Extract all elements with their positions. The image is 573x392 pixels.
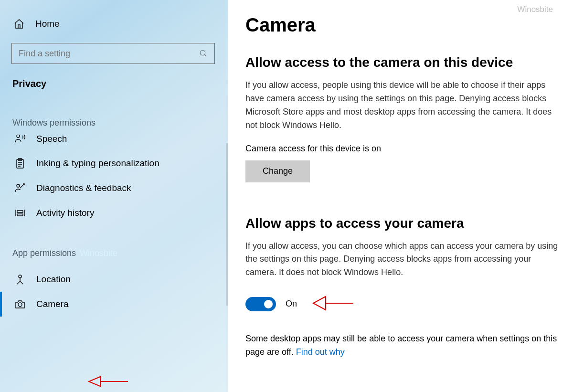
sidebar-item-label: Inking & typing personalization: [36, 158, 159, 169]
change-button[interactable]: Change: [245, 160, 310, 182]
svg-point-1: [17, 135, 20, 138]
toggle-state-label: On: [286, 299, 297, 309]
sidebar-item-activity-history[interactable]: Activity history: [0, 201, 228, 225]
sidebar-item-location[interactable]: Location: [0, 267, 228, 292]
sidebar-group-app-permissions: App permissionsWinosbite: [0, 248, 228, 258]
sidebar-item-label: Speech: [36, 135, 67, 144]
home-icon: [13, 18, 25, 30]
desktop-apps-note: Some desktop apps may still be able to a…: [245, 332, 561, 359]
svg-point-7: [19, 275, 21, 278]
sidebar-item-label: Camera: [36, 299, 69, 309]
sidebar-item-speech[interactable]: Speech: [0, 135, 228, 151]
settings-search[interactable]: [11, 43, 215, 64]
search-input[interactable]: [19, 49, 199, 59]
watermark-text: Winosbite: [517, 5, 553, 14]
section-heading-app-access: Allow apps to access your camera: [245, 216, 561, 231]
annotation-arrow-icon: [311, 291, 354, 316]
sidebar-item-diagnostics[interactable]: Diagnostics & feedback: [0, 176, 228, 201]
settings-main: Winosbite Camera Allow access to the cam…: [228, 0, 573, 392]
camera-icon: [14, 298, 26, 310]
search-icon: [199, 49, 208, 58]
feedback-icon: [14, 182, 26, 194]
sidebar-home[interactable]: Home: [0, 15, 228, 32]
sidebar-item-camera[interactable]: Camera: [0, 292, 228, 317]
svg-point-0: [200, 50, 205, 55]
sidebar-group-windows-permissions: Windows permissions: [0, 118, 228, 128]
sidebar-item-inking[interactable]: Inking & typing personalization: [0, 151, 228, 176]
svg-rect-5: [17, 211, 23, 212]
annotation-arrow-icon: [86, 372, 129, 391]
camera-access-status: Camera access for this device is on: [245, 144, 561, 154]
sidebar-item-label: Location: [36, 274, 71, 285]
svg-rect-2: [17, 159, 23, 168]
home-label: Home: [35, 19, 60, 29]
page-title: Camera: [245, 14, 561, 36]
sidebar-item-label: Diagnostics & feedback: [36, 183, 131, 193]
allow-apps-toggle[interactable]: [245, 297, 276, 311]
clipboard-icon: [14, 158, 26, 169]
svg-point-4: [17, 184, 20, 187]
section-body-text: If you allow access, you can choose whic…: [245, 240, 561, 280]
watermark-text: Winosbite: [80, 248, 117, 258]
person-speech-icon: [14, 135, 26, 144]
sidebar-section-title: Privacy: [0, 78, 228, 89]
timeline-icon: [14, 207, 26, 219]
location-icon: [14, 274, 26, 285]
section-body-text: If you allow access, people using this d…: [245, 79, 561, 132]
svg-point-8: [18, 303, 22, 307]
svg-rect-6: [17, 214, 23, 216]
settings-sidebar: Home Privacy Windows permissions Speech …: [0, 0, 228, 392]
toggle-knob: [264, 300, 273, 308]
sidebar-item-label: Activity history: [36, 208, 94, 218]
section-heading-device-access: Allow access to the camera on this devic…: [245, 55, 561, 70]
find-out-why-link[interactable]: Find out why: [296, 347, 345, 357]
